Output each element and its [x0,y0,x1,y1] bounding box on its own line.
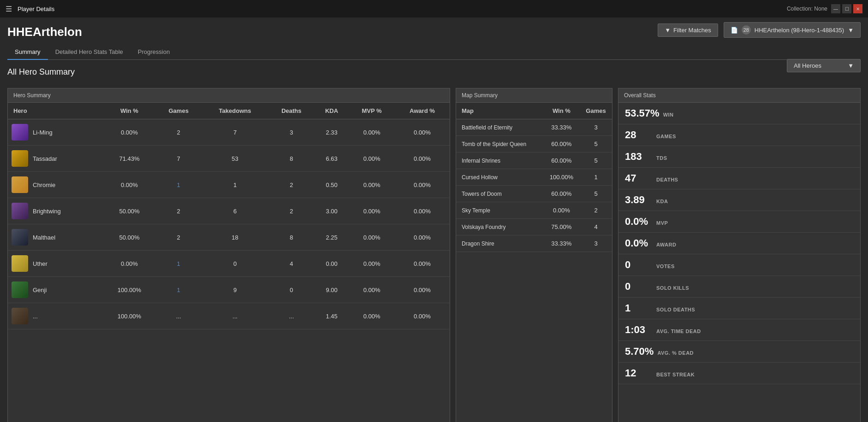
games-value: 2 [177,208,180,215]
games-value: 1 [177,287,180,293]
col-win-pct: Win % [103,103,155,119]
mvp-pct-cell: 0.00% [349,251,395,277]
hero-table: Hero Win % Games Takedowns Deaths KDA MV… [8,103,450,329]
hero-icon [12,281,28,298]
table-row: Dragon Shire 33.33% 3 [456,235,612,252]
mvp-pct-cell: 0.00% [349,198,395,224]
stat-row: 28 GAMES [618,124,860,146]
stat-label: WIN [663,112,674,117]
games-cell: 2 [155,224,202,251]
table-row: Brightwing 50.00% 2 6 2 3.00 0.00% 0.00% [8,198,450,224]
map-name-cell: Infernal Shrines [456,152,543,169]
content-columns: Hero Summary Hero Win % Games Takedowns … [7,88,861,422]
takedowns-cell: ... [202,303,268,329]
map-table-scroll[interactable]: Map Win % Games Battlefield of Eternity … [456,103,612,422]
mvp-pct-cell: 0.00% [349,224,395,251]
games-value: 2 [177,129,180,136]
stat-label: BEST STREAK [656,372,695,377]
stat-value: 0 [625,281,653,293]
hero-name: ... [33,313,38,320]
stat-label: MVP [656,220,668,226]
games-cell: 1 [155,172,202,198]
stat-row: 12 BEST STREAK [618,363,860,384]
games-cell: 7 [155,146,202,172]
hero-table-header-row: Hero Win % Games Takedowns Deaths KDA MV… [8,103,450,119]
hero-cell: Malthael [8,224,103,251]
award-pct-cell: 0.00% [395,198,450,224]
hero-name: Uther [33,260,48,267]
tabs: Summary Detailed Hero Stats Table Progre… [7,45,861,60]
mvp-pct-cell: 0.00% [349,277,395,303]
hero-name: Brightwing [33,208,61,215]
hero-icon [12,124,28,141]
stat-row: 1:03 AVG. TIME DEAD [618,319,860,341]
table-row: Infernal Shrines 60.00% 5 [456,152,612,169]
kda-cell: 3.00 [315,198,349,224]
menu-icon[interactable]: ☰ [6,5,12,13]
stat-value: 5.70% [625,346,654,358]
stat-row: 183 TDS [618,146,860,168]
col-award-pct: Award % [395,103,450,119]
col-map: Map [456,103,543,119]
title-bar-right: Collection: None — ☐ ✕ [787,4,862,13]
stat-value: 3.89 [625,194,653,206]
games-cell: 1 [155,277,202,303]
col-games: Games [155,103,202,119]
tab-detailed-hero-stats[interactable]: Detailed Hero Stats Table [48,45,131,60]
overall-stats-panel: Overall Stats 53.57% WIN 28 GAMES 183 TD… [618,88,861,422]
tab-summary[interactable]: Summary [7,45,48,60]
takedowns-cell: 9 [202,277,268,303]
close-button[interactable]: ✕ [853,4,862,13]
deaths-cell: 4 [268,251,315,277]
games-value: 1 [177,260,180,267]
table-row: Genji 100.00% 1 9 0 9.00 0.00% 0.00% [8,277,450,303]
win-pct-cell: 50.00% [103,224,155,251]
map-games-cell: 5 [580,136,612,152]
table-row: Volskaya Foundry 75.00% 4 [456,219,612,235]
table-row: Towers of Doom 60.00% 5 [456,186,612,202]
dropdown-chevron-icon: ▼ [848,27,854,34]
stat-row: 53.57% WIN [618,103,860,124]
games-cell: 2 [155,198,202,224]
kda-cell: 0.50 [315,172,349,198]
win-pct-cell: 100.00% [103,303,155,329]
award-pct-cell: 0.00% [395,277,450,303]
win-pct-cell: 0.00% [103,172,155,198]
map-name-cell: Sky Temple [456,202,543,219]
stat-value: 53.57% [625,107,660,119]
collection-select[interactable]: 📄 28 HHEArthelon (98-Hero-1-488435) ▼ [724,22,861,38]
kda-cell: 0.00 [315,251,349,277]
minimize-button[interactable]: — [831,4,840,13]
stat-label: SOLO KILLS [656,285,689,291]
award-pct-cell: 0.00% [395,172,450,198]
table-row: Li-Ming 0.00% 2 7 3 2.33 0.00% 0.00% [8,119,450,146]
map-name-cell: Dragon Shire [456,235,543,252]
maximize-button[interactable]: ☐ [842,4,851,13]
mvp-pct-cell: 0.00% [349,303,395,329]
win-pct-cell: 0.00% [103,251,155,277]
filter-matches-button[interactable]: ▼ Filter Matches [658,23,718,37]
title-bar: ☰ Player Details Collection: None — ☐ ✕ [0,0,868,18]
stat-label: TDS [656,155,667,161]
hero-cell: ... [8,303,103,329]
award-pct-cell: 0.00% [395,119,450,146]
hero-table-scroll[interactable]: Hero Win % Games Takedowns Deaths KDA MV… [8,103,450,422]
stat-label: AVG. % DEAD [657,350,694,356]
deaths-cell: 0 [268,277,315,303]
main-area: HHEArthelon ▼ Filter Matches 📄 28 HHEArt… [0,18,868,422]
top-controls: ▼ Filter Matches 📄 28 HHEArthelon (98-He… [658,22,861,38]
table-row: Chromie 0.00% 1 1 2 0.50 0.00% 0.00% [8,172,450,198]
stat-row: 3.89 KDA [618,189,860,211]
award-pct-cell: 0.00% [395,251,450,277]
deaths-cell: 2 [268,198,315,224]
stat-row: 5.70% AVG. % DEAD [618,341,860,363]
all-heroes-chevron-icon: ▼ [848,62,854,69]
takedowns-cell: 7 [202,119,268,146]
tab-progression[interactable]: Progression [131,45,177,60]
hero-name: Chromie [33,182,55,188]
all-heroes-dropdown[interactable]: All Heroes ▼ [787,59,861,72]
map-win-pct-cell: 60.00% [543,136,580,152]
games-value: 2 [177,234,180,241]
map-summary-header: Map Summary [456,88,612,103]
mvp-pct-cell: 0.00% [349,172,395,198]
